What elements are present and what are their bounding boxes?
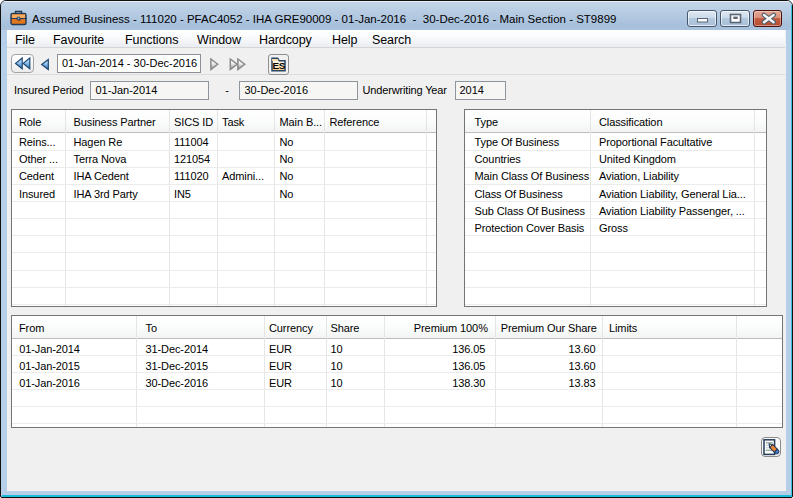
svg-text:ES: ES xyxy=(272,60,285,71)
